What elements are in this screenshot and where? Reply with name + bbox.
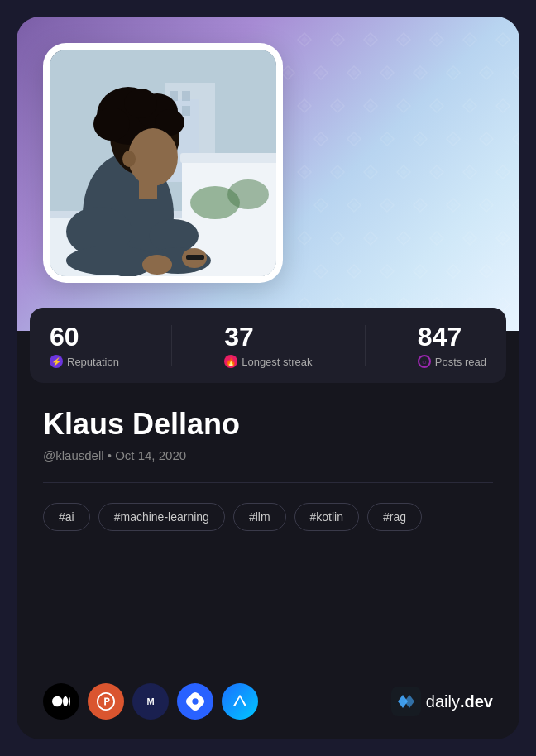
tag-llm[interactable]: #llm — [233, 503, 286, 531]
streak-icon: 🔥 — [224, 355, 237, 368]
reputation-icon: ⚡ — [50, 355, 63, 368]
source-producthunt-icon[interactable] — [88, 683, 124, 720]
techpost-letter: M — [146, 696, 154, 706]
svg-point-16 — [124, 89, 157, 118]
svg-point-29 — [227, 179, 269, 209]
streak-label-text: Longest streak — [242, 356, 312, 368]
svg-point-18 — [128, 128, 178, 186]
avatar — [43, 43, 283, 283]
source-techpost-icon[interactable]: M — [132, 683, 169, 720]
daily-dev-logo[interactable]: daily.dev — [391, 687, 493, 716]
svg-point-27 — [142, 255, 172, 275]
svg-rect-26 — [186, 255, 204, 260]
posts-label-text: Posts read — [435, 356, 486, 368]
stat-divider-2 — [365, 325, 366, 366]
tag-ai[interactable]: #ai — [43, 503, 90, 531]
source-medium-icon[interactable] — [43, 683, 79, 720]
tag-machine-learning[interactable]: #machine-learning — [98, 503, 225, 531]
svg-point-15 — [93, 108, 130, 141]
stat-reputation: 60 ⚡ Reputation — [50, 323, 119, 368]
meta-separator: • — [108, 448, 115, 462]
hero-section — [17, 17, 519, 331]
stat-divider-1 — [171, 325, 172, 366]
streak-value: 37 — [224, 323, 254, 352]
avatar-image — [50, 50, 276, 276]
svg-point-22 — [149, 219, 199, 252]
profile-divider — [43, 482, 493, 483]
svg-point-19 — [122, 151, 136, 167]
stat-posts: 847 ○ Posts read — [418, 323, 486, 368]
reputation-value: 60 — [50, 323, 79, 352]
reputation-label: ⚡ Reputation — [50, 355, 119, 368]
stat-streak: 37 🔥 Longest streak — [224, 323, 312, 368]
svg-rect-6 — [182, 106, 190, 116]
source-icons: M — [43, 683, 258, 720]
footer-section: M daily.dev — [17, 663, 519, 739]
profile-section: Klaus Dellano @klausdell • Oct 14, 2020 … — [17, 383, 519, 663]
svg-rect-4 — [182, 91, 190, 101]
stats-bar: 60 ⚡ Reputation 37 🔥 Longest streak 847 … — [30, 308, 506, 383]
tag-kotlin[interactable]: #kotlin — [294, 503, 359, 531]
source-hashnode-icon[interactable] — [177, 683, 213, 720]
posts-icon: ○ — [418, 355, 431, 368]
brand-name-suffix: .dev — [460, 692, 493, 711]
profile-card: 60 ⚡ Reputation 37 🔥 Longest streak 847 … — [17, 17, 519, 739]
posts-value: 847 — [418, 323, 462, 352]
tags-container: #ai #machine-learning #llm #kotlin #rag — [43, 503, 493, 531]
daily-dev-brand-icon — [391, 687, 421, 716]
brand-name: daily.dev — [426, 692, 493, 711]
join-date: Oct 14, 2020 — [115, 448, 186, 462]
svg-point-23 — [66, 246, 157, 275]
profile-meta: @klausdell • Oct 14, 2020 — [43, 448, 493, 462]
tag-rag[interactable]: #rag — [367, 503, 422, 531]
source-affinity-icon[interactable] — [222, 683, 258, 720]
profile-name: Klaus Dellano — [43, 406, 493, 442]
svg-rect-10 — [180, 153, 276, 163]
username: @klausdell — [43, 448, 104, 462]
posts-label: ○ Posts read — [418, 355, 486, 368]
reputation-label-text: Reputation — [67, 356, 119, 368]
brand-name-daily: daily — [426, 692, 460, 711]
streak-label: 🔥 Longest streak — [224, 355, 312, 368]
svg-rect-20 — [139, 180, 157, 199]
